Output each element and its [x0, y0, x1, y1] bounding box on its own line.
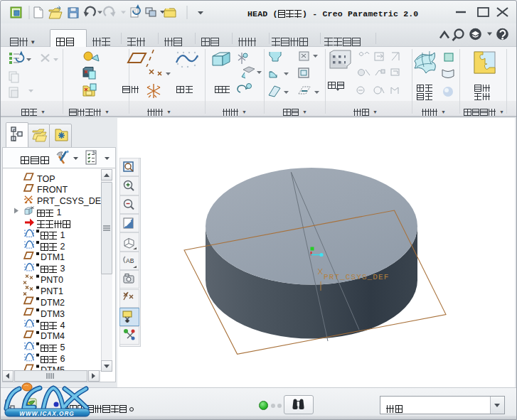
svg-text:PRT_CSYS_DEF: PRT_CSYS_DEF — [324, 273, 389, 281]
svg-text:AB: AB — [126, 257, 134, 264]
svg-text:WWW.ICAX.ORG: WWW.ICAX.ORG — [19, 411, 74, 417]
